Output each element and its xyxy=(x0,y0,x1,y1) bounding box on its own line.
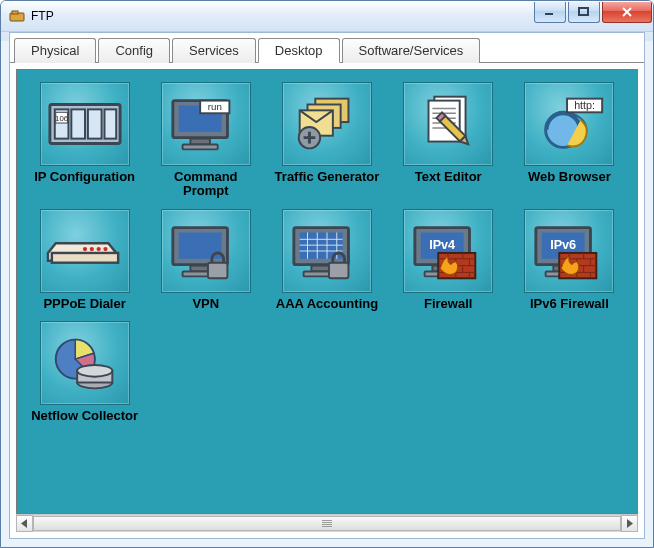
vpn-icon xyxy=(161,209,251,293)
app-label: IPv6 Firewall xyxy=(513,297,625,311)
app-label: IP Configuration xyxy=(29,170,141,184)
app-pppoe-dialer[interactable]: PPPoE Dialer xyxy=(30,209,140,311)
app-vpn[interactable]: VPN xyxy=(151,209,261,311)
svg-rect-26 xyxy=(88,109,102,138)
app-label: Text Editor xyxy=(392,170,504,184)
titlebar: FTP xyxy=(1,1,653,32)
chevron-left-icon xyxy=(21,519,28,528)
svg-text:106: 106 xyxy=(55,114,68,123)
window-controls xyxy=(534,2,652,22)
command-prompt-icon: run xyxy=(161,82,251,166)
svg-rect-51 xyxy=(51,253,117,263)
svg-marker-69 xyxy=(21,519,27,528)
maximize-button[interactable] xyxy=(568,2,600,23)
tab-desktop[interactable]: Desktop xyxy=(258,38,340,63)
svg-rect-18 xyxy=(12,11,18,14)
app-label: Command Prompt xyxy=(150,170,262,199)
svg-point-55 xyxy=(103,246,107,250)
tab-services[interactable]: Services xyxy=(172,38,256,63)
scroll-left-button[interactable] xyxy=(16,515,33,532)
aaa-accounting-icon xyxy=(282,209,372,293)
app-label: VPN xyxy=(150,297,262,311)
horizontal-scrollbar[interactable] xyxy=(16,514,638,532)
svg-rect-27 xyxy=(104,109,116,138)
web-browser-icon: http: xyxy=(524,82,614,166)
tab-software-services[interactable]: Software/Services xyxy=(342,38,481,63)
ipv6-firewall-icon: IPv6 xyxy=(524,209,614,293)
tab-config[interactable]: Config xyxy=(98,38,170,63)
app-ip-configuration[interactable]: 106 IP Configuration xyxy=(30,82,140,184)
svg-point-53 xyxy=(89,246,93,250)
netflow-collector-icon xyxy=(40,321,130,405)
window-frame: FTP Physical Config Services Desktop Sof… xyxy=(0,0,654,548)
svg-text:http:: http: xyxy=(575,99,596,111)
app-aaa-accounting[interactable]: AAA Accounting xyxy=(272,209,382,311)
app-netflow-collector[interactable]: Netflow Collector xyxy=(30,321,140,423)
maximize-icon xyxy=(578,7,590,17)
app-command-prompt[interactable]: run Command Prompt xyxy=(151,82,261,199)
app-label: Firewall xyxy=(392,297,504,311)
svg-point-52 xyxy=(82,246,86,250)
traffic-generator-icon xyxy=(282,82,372,166)
svg-rect-25 xyxy=(71,109,85,138)
client-area: Physical Config Services Desktop Softwar… xyxy=(9,32,645,539)
app-label: Netflow Collector xyxy=(29,409,141,423)
app-label: AAA Accounting xyxy=(271,297,383,311)
svg-rect-20 xyxy=(579,8,588,15)
scroll-track[interactable] xyxy=(33,515,621,532)
app-label: PPPoE Dialer xyxy=(29,297,141,311)
icon-grid: 106 IP Configuration run xyxy=(29,82,625,423)
text-editor-icon xyxy=(403,82,493,166)
ip-configuration-icon: 106 xyxy=(40,82,130,166)
app-traffic-generator[interactable]: Traffic Generator xyxy=(272,82,382,184)
app-text-editor[interactable]: Text Editor xyxy=(393,82,503,184)
app-icon xyxy=(9,8,25,24)
scroll-thumb[interactable] xyxy=(33,516,621,531)
tab-physical[interactable]: Physical xyxy=(14,38,96,63)
app-label: Web Browser xyxy=(513,170,625,184)
app-ipv6-firewall[interactable]: IPv6 IPv6 Firewall xyxy=(514,209,624,311)
minimize-icon xyxy=(544,7,556,17)
app-web-browser[interactable]: http: Web Browser xyxy=(514,82,624,184)
svg-rect-19 xyxy=(545,13,553,15)
svg-point-54 xyxy=(96,246,100,250)
window-title: FTP xyxy=(31,9,534,23)
svg-text:run: run xyxy=(208,101,222,112)
minimize-button[interactable] xyxy=(534,2,566,23)
chevron-right-icon xyxy=(626,519,633,528)
app-label: Traffic Generator xyxy=(271,170,383,184)
svg-text:IPv6: IPv6 xyxy=(551,238,577,252)
svg-point-68 xyxy=(77,365,112,377)
tabstrip: Physical Config Services Desktop Softwar… xyxy=(10,33,644,63)
scroll-right-button[interactable] xyxy=(621,515,638,532)
svg-text:IPv4: IPv4 xyxy=(429,238,455,252)
close-icon xyxy=(621,7,633,17)
tab-content: 106 IP Configuration run xyxy=(10,63,644,538)
svg-marker-70 xyxy=(627,519,633,528)
desktop-area: 106 IP Configuration run xyxy=(16,69,638,514)
pppoe-dialer-icon xyxy=(40,209,130,293)
firewall-icon: IPv4 xyxy=(403,209,493,293)
close-button[interactable] xyxy=(602,2,652,23)
app-firewall[interactable]: IPv4 Firewall xyxy=(393,209,503,311)
